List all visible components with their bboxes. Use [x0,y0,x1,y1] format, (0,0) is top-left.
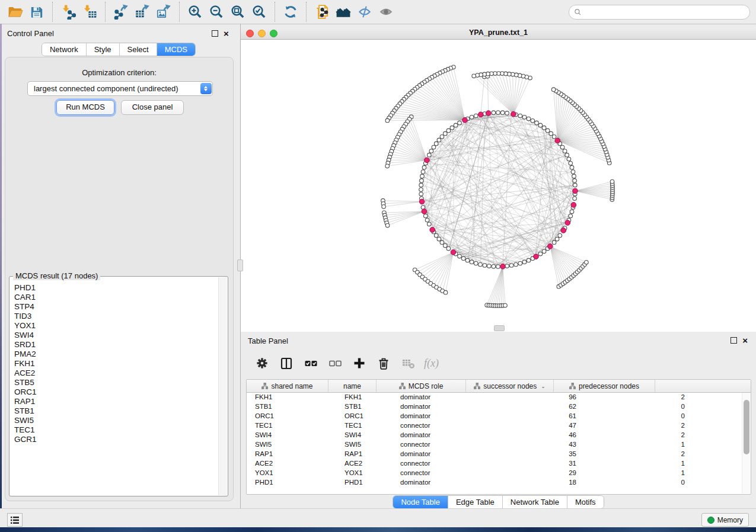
toolbar-group [53,2,106,22]
home-icon[interactable] [333,3,354,21]
column-header-predecessor-nodes[interactable]: predecessor nodes [554,380,655,392]
mcds-result-node[interactable]: GCR1 [14,435,218,444]
table-tabs: Node TableEdge TableNetwork TableMotifs [241,495,756,509]
table-tab-network-table[interactable]: Network Table [503,496,567,508]
table-cell: RAP1 [247,450,336,457]
tab-mcds[interactable]: MCDS [157,43,195,56]
column-header-MCDS-role[interactable]: MCDS role [377,380,466,392]
mcds-result-node[interactable]: STB5 [14,378,218,387]
mcds-result-node[interactable]: PMA2 [14,350,218,359]
mcds-result-node[interactable]: CAR1 [14,293,218,302]
close-panel-icon[interactable]: × [224,30,229,37]
zoom-selected-icon[interactable] [248,3,270,21]
table-row[interactable]: ACE2ACE2connector311 [247,459,742,468]
hide-details-icon[interactable] [354,3,375,21]
mcds-result-node[interactable]: ORC1 [14,387,218,397]
mcds-result-node[interactable]: PHD1 [14,283,218,293]
export-network-icon[interactable] [110,3,132,21]
table-cell: SWI4 [336,431,392,438]
table-scrollbar-thumb[interactable] [744,400,749,454]
table-row[interactable]: SWI5SWI5connector431 [247,440,742,449]
refresh-icon[interactable] [280,3,301,21]
show-details-icon[interactable] [375,3,397,21]
table-cell: FKH1 [336,393,392,400]
mcds-result-node[interactable]: FKH1 [14,359,218,368]
result-scrollbar[interactable] [218,277,227,495]
table-row[interactable]: TEC1TEC1connector472 [247,421,742,430]
cytoscape-window: Control Panel × NetworkStyleSelectMCDS O… [0,0,756,532]
mcds-result-node[interactable]: STB1 [14,406,218,416]
search-icon [574,8,582,16]
table-row[interactable]: ORC1ORC1dominator610 [247,411,742,421]
optimization-criterion-select[interactable]: largest connected component (undirected) [27,81,213,96]
import-table-icon[interactable] [79,3,100,21]
export-image-icon[interactable] [153,3,174,21]
network-window-titlebar[interactable]: YPA_prune.txt_1 [241,27,756,40]
column-header-successor-nodes[interactable]: successor nodes⌄ [466,380,554,392]
toggle-columns-icon[interactable] [278,355,295,371]
mcds-result-node[interactable]: YOX1 [14,321,218,331]
table-cell: YOX1 [247,469,336,476]
deselect-all-icon[interactable] [327,355,343,371]
column-type-icon [399,383,406,389]
mcds-result-node[interactable]: ACE2 [14,368,218,378]
main-toolbar [0,0,756,24]
table-tab-motifs[interactable]: Motifs [567,496,604,508]
close-panel-button[interactable]: Close panel [121,100,184,115]
add-icon[interactable] [351,355,368,371]
tab-select[interactable]: Select [120,43,157,56]
import-network-icon[interactable] [58,3,79,21]
float-panel-icon[interactable] [212,30,218,37]
zoom-out-icon[interactable] [206,3,227,21]
column-header-shared-name[interactable]: shared name [247,380,328,392]
table-cell: 2 [584,431,693,438]
select-all-icon[interactable] [302,355,319,371]
task-history-button[interactable] [7,513,23,527]
table-tab-edge-table[interactable]: Edge Table [448,496,503,508]
node-layer[interactable] [381,65,615,307]
mcds-result-node[interactable]: SWI4 [14,331,218,340]
tab-network[interactable]: Network [42,43,87,56]
vertical-splitter-handle[interactable] [494,325,505,331]
column-header-name[interactable]: name [328,380,377,392]
mcds-result-list[interactable]: PHD1CAR1STP4TID3YOX1SWI4SRD1PMA2FKH1ACE2… [10,278,218,495]
mcds-result-box: MCDS result (17 nodes) PHD1CAR1STP4TID3Y… [9,276,228,496]
table-row[interactable]: YOX1YOX1connector291 [247,468,742,477]
table-tab-node-table[interactable]: Node Table [393,496,448,508]
mcds-result-node[interactable]: STP4 [14,302,218,312]
table-cell: 1 [584,469,693,476]
save-session-icon[interactable] [26,3,47,21]
table-cell: dominator [392,403,489,410]
table-row[interactable]: PHD1PHD1dominator180 [247,477,742,487]
close-table-panel-icon[interactable]: × [742,337,748,344]
table-row[interactable]: STB1STB1dominator620 [247,402,742,411]
mcds-result-node[interactable]: TID3 [14,312,218,321]
export-table-icon[interactable] [132,3,153,21]
zoom-fit-icon[interactable] [227,3,248,21]
network-document-icon[interactable] [311,3,333,21]
network-canvas[interactable] [241,40,756,332]
run-mcds-button[interactable]: Run MCDS [56,100,114,115]
open-session-icon[interactable] [5,3,26,21]
float-table-panel-icon[interactable] [731,337,737,344]
table-cell: dominator [392,412,489,419]
mcds-result-node[interactable]: SRD1 [14,340,218,350]
table-scrollbar[interactable] [742,393,750,493]
mcds-result-node[interactable]: SWI5 [14,416,218,425]
table-settings-icon[interactable] [254,355,270,371]
delete-icon[interactable] [375,355,392,371]
zoom-in-icon[interactable] [184,3,206,21]
table-cell: 2 [584,450,693,457]
tab-style[interactable]: Style [87,43,120,56]
table-row[interactable]: RAP1RAP1dominator352 [247,449,742,459]
optimization-criterion-label: Optimization criterion: [5,68,233,77]
table-row[interactable]: FKH1FKH1dominator962 [247,392,742,402]
mcds-result-node[interactable]: RAP1 [14,397,218,406]
memory-button[interactable]: Memory [701,513,749,527]
toolbar-group [307,2,401,22]
horizontal-splitter-handle[interactable] [237,259,243,271]
mcds-result-node[interactable]: TEC1 [14,425,218,435]
table-row[interactable]: SWI4SWI4dominator462 [247,430,742,440]
search-input[interactable] [585,8,745,17]
network-graph[interactable] [241,40,756,332]
